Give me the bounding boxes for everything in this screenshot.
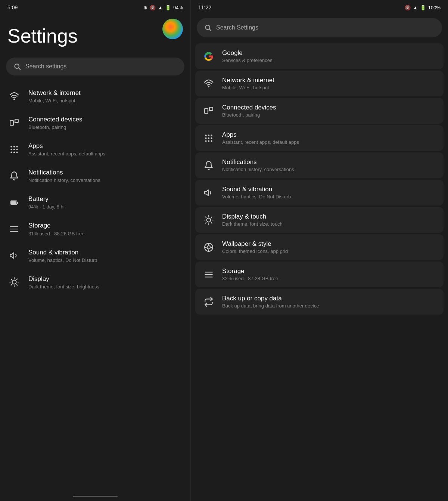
left-network-title: Network & internet [28,89,81,97]
left-sound-text: Sound & vibration Volume, haptics, Do No… [28,248,97,263]
svg-point-40 [208,137,209,139]
svg-point-7 [13,146,15,147]
left-notifications-text: Notifications Notification history, conv… [28,168,100,183]
right-search-icon [204,24,212,31]
left-battery-title: Battery [28,195,65,203]
left-panel: 5:09 ⊕ 🔇 ▲ 🔋 94% Settings Search setting… [0,0,190,501]
right-network-subtitle: Mobile, Wi-Fi, hotspot [222,85,274,90]
left-apps-text: Apps Assistant, recent apps, default app… [28,142,105,157]
left-item-notifications[interactable]: Notifications Notification history, conv… [0,163,190,189]
home-indicator [73,496,118,497]
right-status-bar: 11:22 🔇 ▲ 🔋 100% [191,0,448,13]
svg-point-2 [14,99,15,99]
right-item-display[interactable]: Display & touch Dark theme, font size, t… [195,207,444,233]
right-search-bar[interactable]: Search Settings [197,18,442,37]
left-network-text: Network & internet Mobile, Wi-Fi, hotspo… [28,89,81,103]
right-item-sound[interactable]: Sound & vibration Volume, haptics, Do No… [195,180,444,205]
right-backup-subtitle: Back up data, bring data from another de… [222,303,319,309]
right-notifications-title: Notifications [222,158,294,166]
svg-point-6 [10,146,12,147]
right-item-storage[interactable]: Storage 32% used - 87.28 GB free [195,262,444,287]
right-sound-title: Sound & vibration [222,186,291,193]
left-connected-title: Connected devices [28,115,83,124]
right-wallpaper-subtitle: Colors, themed icons, app grid [222,248,288,254]
svg-line-29 [17,279,18,280]
right-sound-subtitle: Volume, haptics, Do Not Disturb [222,194,291,200]
left-item-connected[interactable]: Connected devices Bluetooth, pairing [0,109,190,136]
svg-point-36 [205,134,206,136]
svg-marker-45 [205,190,208,195]
right-sound-icon [202,186,215,200]
svg-point-41 [211,137,212,139]
right-time: 11:22 [198,4,211,10]
svg-point-46 [207,218,211,222]
right-connected-title: Connected devices [222,104,276,111]
left-battery-text: Battery 94% - 1 day, 8 hr [28,195,65,210]
right-item-notifications[interactable]: Notifications Notification history, conv… [195,152,444,178]
bell-icon [7,169,21,183]
right-connected-text: Connected devices Bluetooth, pairing [222,104,276,118]
left-display-text: Display Dark theme, font size, brightnes… [28,275,99,290]
right-wallpaper-text: Wallpaper & style Colors, themed icons, … [222,240,288,254]
right-item-network[interactable]: Network & internet Mobile, Wi-Fi, hotspo… [195,71,444,96]
svg-point-44 [211,140,212,142]
sound-icon [7,249,21,262]
left-item-battery[interactable]: Battery 94% - 1 day, 8 hr [0,189,190,216]
right-backup-title: Back up or copy data [222,295,319,302]
svg-point-10 [13,149,15,150]
right-wifi-icon [202,77,215,90]
avatar[interactable] [162,19,183,39]
storage-icon [7,222,21,236]
svg-line-25 [17,285,18,285]
svg-point-11 [16,149,18,150]
right-item-backup[interactable]: Back up or copy data Back up data, bring… [195,289,444,315]
search-icon [13,63,21,70]
right-bell-icon [202,159,215,172]
right-battery-icon: 🔋 [420,5,426,10]
right-apps-text: Apps Assistant, recent apps, default app… [222,131,299,145]
google-icon [202,50,215,63]
left-item-network[interactable]: Network & internet Mobile, Wi-Fi, hotspo… [0,83,190,109]
left-notifications-subtitle: Notification history, conversations [28,177,100,183]
bottom-nav-bar [0,492,190,501]
svg-point-37 [208,134,209,136]
right-item-google[interactable]: Google Services & preferences [195,43,444,69]
left-search-bar[interactable]: Search settings [6,58,184,75]
right-battery-percent: 100% [428,5,441,10]
left-item-sound[interactable]: Sound & vibration Volume, haptics, Do No… [0,242,190,269]
svg-point-12 [10,151,12,153]
right-item-apps[interactable]: Apps Assistant, recent apps, default app… [195,125,444,151]
svg-line-53 [206,222,206,223]
right-item-wallpaper[interactable]: Wallpaper & style Colors, themed icons, … [195,234,444,260]
svg-point-56 [207,245,211,249]
svg-marker-20 [10,253,14,259]
left-connected-subtitle: Bluetooth, pairing [28,124,83,130]
right-settings-list: Google Services & preferences Network & … [191,42,448,501]
left-storage-text: Storage 31% used - 88.26 GB free [28,222,84,236]
right-wallpaper-title: Wallpaper & style [222,240,288,248]
gamepad-icon: ⊕ [143,5,147,10]
svg-point-21 [12,280,16,284]
svg-point-38 [211,134,212,136]
right-notifications-text: Notifications Notification history, conv… [222,158,294,172]
svg-line-54 [211,217,212,217]
right-connected-subtitle: Bluetooth, pairing [222,112,276,118]
svg-rect-4 [15,119,18,123]
connected-icon [7,116,21,130]
svg-point-32 [208,86,209,87]
svg-rect-16 [12,201,16,204]
right-google-text: Google Services & preferences [222,49,272,63]
right-storage-subtitle: 32% used - 87.28 GB free [222,276,278,281]
left-time: 5:09 [7,4,18,10]
mute-icon: 🔇 [150,5,156,10]
left-network-subtitle: Mobile, Wi-Fi, hotspot [28,98,81,103]
left-item-display[interactable]: Display Dark theme, font size, brightnes… [0,269,190,296]
right-item-connected[interactable]: Connected devices Bluetooth, pairing [195,98,444,124]
wifi-icon: ▲ [158,5,163,10]
left-item-storage[interactable]: Storage 31% used - 88.26 GB free [0,216,190,242]
svg-point-43 [208,140,209,142]
svg-line-24 [11,279,12,280]
left-item-apps[interactable]: Apps Assistant, recent apps, default app… [0,136,190,163]
left-storage-subtitle: 31% used - 88.26 GB free [28,231,84,236]
right-apps-title: Apps [222,131,299,139]
